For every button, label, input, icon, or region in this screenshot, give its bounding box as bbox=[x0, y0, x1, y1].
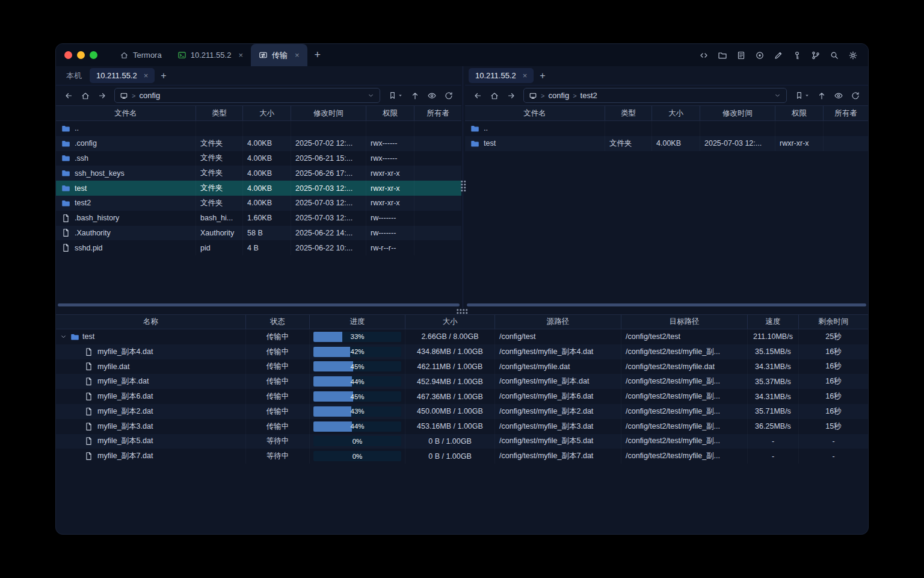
transfer-row[interactable]: myfile_副本5.dat等待中0%0 B / 1.00GB/config/t… bbox=[56, 434, 868, 449]
bookmark-button[interactable] bbox=[792, 89, 812, 103]
column-header-3[interactable]: 修改时间 bbox=[700, 106, 775, 120]
pane-tab-bar: 本机10.211.55.2× + bbox=[56, 66, 461, 85]
minimize-window-button[interactable] bbox=[77, 51, 85, 59]
transfer-row[interactable]: myfile_副本4.dat传输中42%434.86MB / 1.00GB/co… bbox=[56, 344, 868, 359]
show-hidden-button[interactable] bbox=[831, 89, 846, 103]
window-tab-传输[interactable]: 传输× bbox=[251, 44, 307, 66]
transfer-row[interactable]: myfile_副本3.dat传输中44%453.16MB / 1.00GB/co… bbox=[56, 419, 868, 434]
vertical-splitter[interactable] bbox=[461, 66, 465, 308]
chevron-down-icon[interactable] bbox=[367, 92, 375, 99]
settings-button[interactable] bbox=[845, 48, 861, 63]
transfer-column-header-2[interactable]: 进度 bbox=[310, 315, 405, 329]
file-perms-cell: rw------- bbox=[366, 226, 414, 241]
transfer-row[interactable]: myfile_副本7.dat等待中0%0 B / 1.00GB/config/t… bbox=[56, 449, 868, 464]
column-header-3[interactable]: 修改时间 bbox=[291, 106, 366, 120]
progress-label: 0% bbox=[313, 436, 401, 446]
folder-fill-icon bbox=[61, 124, 70, 133]
breadcrumb[interactable]: >config bbox=[114, 88, 380, 103]
chevron-down-icon[interactable] bbox=[774, 92, 781, 99]
transfer-row[interactable]: myfile_副本6.dat传输中45%467.36MB / 1.00GB/co… bbox=[56, 389, 868, 404]
close-icon[interactable]: × bbox=[523, 71, 528, 80]
forward-button[interactable] bbox=[504, 89, 519, 103]
window-tab-10.211.55.2[interactable]: 10.211.55.2× bbox=[170, 44, 251, 66]
show-hidden-button[interactable] bbox=[425, 89, 439, 103]
transfer-column-header-5[interactable]: 目标路径 bbox=[621, 315, 748, 329]
close-window-button[interactable] bbox=[64, 51, 72, 59]
pane-tab-10.211.55.2[interactable]: 10.211.55.2× bbox=[90, 68, 155, 83]
pane-new-tab-button[interactable]: + bbox=[155, 70, 172, 81]
horizontal-splitter[interactable] bbox=[56, 308, 868, 314]
back-button[interactable] bbox=[470, 89, 485, 103]
home-button[interactable] bbox=[78, 89, 93, 103]
upload-button[interactable] bbox=[815, 89, 829, 103]
record-button[interactable] bbox=[752, 48, 768, 63]
column-header-2[interactable]: 大小 bbox=[652, 106, 700, 120]
column-header-4[interactable]: 权限 bbox=[366, 106, 414, 120]
log-button[interactable] bbox=[733, 48, 749, 63]
column-header-1[interactable]: 类型 bbox=[196, 106, 243, 120]
upload-button[interactable] bbox=[408, 89, 422, 103]
file-row[interactable]: .ssh文件夹4.00KB2025-06-21 15:...rwx------ bbox=[56, 151, 461, 166]
back-button[interactable] bbox=[61, 89, 76, 103]
file-row[interactable]: sshd.pidpid4 B2025-06-22 10:...rw-r--r-- bbox=[56, 240, 461, 255]
code-button[interactable] bbox=[696, 48, 712, 63]
transfer-row[interactable]: myfile_副本.dat传输中44%452.94MB / 1.00GB/con… bbox=[56, 374, 868, 389]
bookmark-button[interactable] bbox=[385, 89, 405, 103]
breadcrumb-segment[interactable]: config bbox=[139, 91, 160, 100]
breadcrumb[interactable]: >config>test2 bbox=[523, 88, 787, 103]
file-row[interactable]: .XauthorityXauthority58 B2025-06-22 14:.… bbox=[56, 226, 461, 241]
file-row[interactable]: .. bbox=[56, 121, 461, 136]
home-button[interactable] bbox=[487, 89, 502, 103]
pane-tab-本机[interactable]: 本机 bbox=[60, 67, 88, 84]
file-row[interactable]: test2文件夹4.00KB2025-07-03 12:...rwxr-xr-x bbox=[56, 196, 461, 211]
folder-button[interactable] bbox=[715, 48, 730, 63]
transfer-column-header-4[interactable]: 源路径 bbox=[495, 315, 621, 329]
transfer-row[interactable]: test传输中33%2.66GB / 8.00GB/config/test/co… bbox=[56, 329, 868, 344]
key-button[interactable] bbox=[789, 48, 805, 63]
column-header-2[interactable]: 大小 bbox=[243, 106, 291, 120]
column-header-0[interactable]: 文件名 bbox=[465, 106, 605, 120]
file-row[interactable]: ssh_host_keys文件夹4.00KB2025-06-26 17:...r… bbox=[56, 166, 461, 181]
breadcrumb-segment[interactable]: config bbox=[548, 91, 569, 100]
column-header-5[interactable]: 所有者 bbox=[824, 106, 868, 120]
zoom-window-button[interactable] bbox=[90, 51, 97, 59]
file-row[interactable]: test文件夹4.00KB2025-07-03 12:...rwxr-xr-x bbox=[56, 181, 461, 196]
transfer-column-header-7[interactable]: 剩余时间 bbox=[799, 315, 868, 329]
new-window-tab-button[interactable]: + bbox=[307, 44, 328, 66]
transfer-row[interactable]: myfile.dat传输中45%462.11MB / 1.00GB/config… bbox=[56, 359, 868, 374]
file-name-label: .ssh bbox=[75, 154, 88, 163]
refresh-button[interactable] bbox=[848, 89, 863, 103]
file-table-header: 文件名类型大小修改时间权限所有者 bbox=[56, 105, 461, 121]
horizontal-scrollbar[interactable] bbox=[467, 303, 866, 306]
close-icon[interactable]: × bbox=[295, 51, 300, 60]
column-header-4[interactable]: 权限 bbox=[775, 106, 824, 120]
branch-button[interactable] bbox=[808, 48, 824, 63]
column-header-1[interactable]: 类型 bbox=[605, 106, 652, 120]
column-header-0[interactable]: 文件名 bbox=[56, 106, 196, 120]
column-header-5[interactable]: 所有者 bbox=[414, 106, 461, 120]
file-perms-cell bbox=[775, 121, 824, 136]
transfer-progress-cell: 45% bbox=[310, 359, 405, 374]
file-row[interactable]: .config文件夹4.00KB2025-07-02 12:...rwx----… bbox=[56, 136, 461, 151]
file-row[interactable]: test文件夹4.00KB2025-07-03 12:...rwxr-xr-x bbox=[465, 136, 868, 151]
transfer-row[interactable]: myfile_副本2.dat传输中43%450.00MB / 1.00GB/co… bbox=[56, 404, 868, 419]
horizontal-scrollbar[interactable] bbox=[58, 303, 460, 306]
search-button[interactable] bbox=[827, 48, 842, 63]
transfer-column-header-1[interactable]: 状态 bbox=[246, 315, 310, 329]
close-icon[interactable]: × bbox=[238, 51, 243, 60]
window-tab-Termora[interactable]: Termora bbox=[112, 44, 170, 66]
refresh-button[interactable] bbox=[442, 89, 456, 103]
pane-new-tab-button[interactable]: + bbox=[534, 70, 551, 81]
edit-button[interactable] bbox=[771, 48, 786, 63]
file-row[interactable]: .. bbox=[465, 121, 868, 136]
file-row[interactable]: .bash_historybash_hi...1.60KB2025-07-03 … bbox=[56, 211, 461, 226]
collapse-chevron-icon[interactable] bbox=[60, 333, 67, 341]
transfer-column-header-0[interactable]: 名称 bbox=[56, 315, 246, 329]
close-icon[interactable]: × bbox=[144, 71, 149, 80]
forward-button[interactable] bbox=[95, 89, 109, 103]
file-modified-cell: 2025-06-22 14:... bbox=[291, 226, 366, 241]
pane-tab-10.211.55.2[interactable]: 10.211.55.2× bbox=[469, 68, 534, 83]
transfer-column-header-3[interactable]: 大小 bbox=[405, 315, 495, 329]
transfer-column-header-6[interactable]: 速度 bbox=[748, 315, 799, 329]
breadcrumb-segment[interactable]: test2 bbox=[581, 91, 597, 100]
